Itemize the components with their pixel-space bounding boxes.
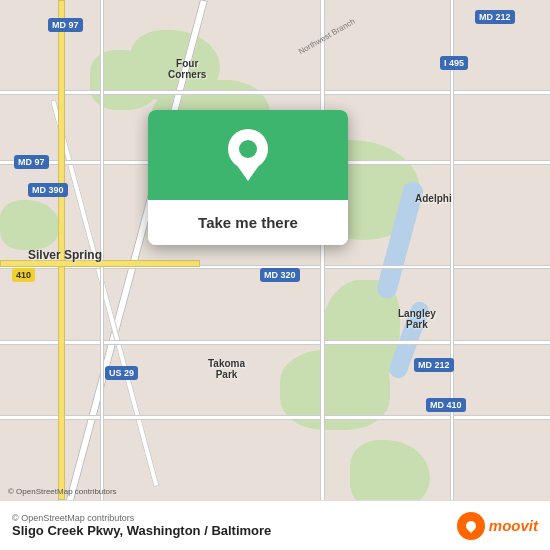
badge-md390: MD 390 [28,183,68,197]
moovit-logo: moovit [457,512,538,540]
map-copyright: © OpenStreetMap contributors [8,487,117,496]
badge-410-left: 410 [12,268,35,282]
svg-marker-1 [234,161,262,181]
park-area [0,200,60,250]
bottom-left: © OpenStreetMap contributors Sligo Creek… [12,513,271,538]
location-pin-icon [226,133,270,177]
badge-md97-mid: MD 97 [14,155,49,169]
label-four-corners: FourCorners [168,58,206,80]
bottom-bar: © OpenStreetMap contributors Sligo Creek… [0,500,550,550]
label-langley-park: LangleyPark [398,308,436,330]
road-h4 [0,340,550,345]
label-adelphi: Adelphi [415,193,452,204]
popup-card: Take me there [148,110,348,245]
badge-us29-mid: US 29 [105,366,138,380]
badge-md410-bot: MD 410 [426,398,466,412]
label-takoma-park: TakomaPark [208,358,245,380]
road-h1 [0,90,550,95]
badge-i495: I 495 [440,56,468,70]
location-name: Sligo Creek Pkwy, Washington / Baltimore [12,523,271,538]
svg-point-2 [239,140,257,158]
badge-md320: MD 320 [260,268,300,282]
label-silver-spring: Silver Spring [28,248,102,262]
moovit-text: moovit [489,517,538,534]
badge-md97-top: MD 97 [48,18,83,32]
road-h5 [0,415,550,420]
popup-header [148,110,348,200]
badge-md212-bot: MD 212 [414,358,454,372]
map-container: MD 97 MD 212 I 495 MD 97 MD 390 US 29 MD… [0,0,550,500]
badge-md212-top: MD 212 [475,10,515,24]
road-v2 [320,0,325,500]
take-me-there-button[interactable]: Take me there [148,200,348,245]
moovit-icon [457,512,485,540]
road-v3 [450,0,454,500]
attribution-text: © OpenStreetMap contributors [12,513,271,523]
moovit-pin-icon [464,518,478,532]
